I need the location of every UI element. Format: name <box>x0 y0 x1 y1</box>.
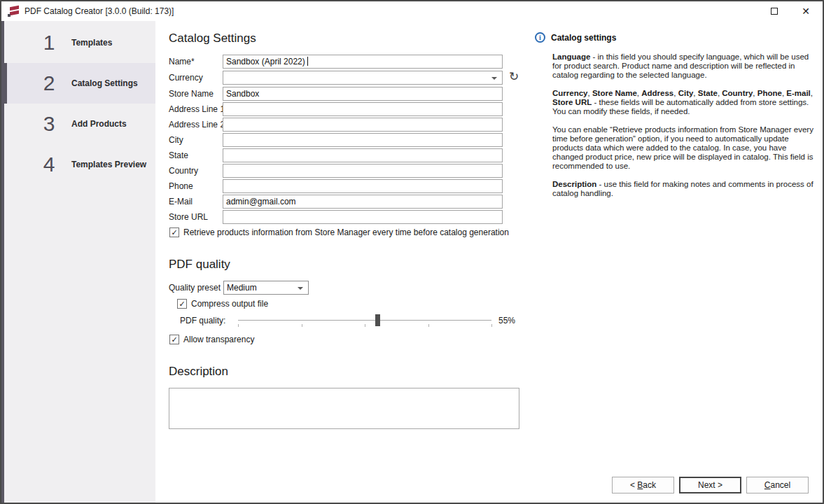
description-heading: Description <box>169 365 228 379</box>
description-textarea[interactable] <box>169 388 519 429</box>
close-button[interactable]: ✕ <box>793 1 818 21</box>
email-input[interactable]: admin@gmail.com <box>223 195 503 209</box>
state-input[interactable] <box>223 148 503 162</box>
help-title: Catalog settings <box>551 33 616 43</box>
slider-track[interactable] <box>238 320 491 321</box>
chevron-down-icon <box>298 287 303 290</box>
currency-combobox[interactable]: GBP <box>223 71 503 85</box>
allow-transparency-checkbox[interactable]: ✓ Allow transparency <box>169 335 254 344</box>
field-row-currency: Currency GBP ↻ <box>169 71 540 85</box>
sidebar-step-add-products[interactable]: 3 Add Products <box>1 104 155 144</box>
address-line-2-input[interactable] <box>223 118 503 132</box>
info-icon: i <box>535 32 545 43</box>
field-row-address-line-2: Address Line 2 <box>169 118 540 132</box>
pdf-quality-slider[interactable] <box>238 314 491 327</box>
sidebar-step-templates[interactable]: 1 Templates <box>1 22 155 63</box>
pdf-quality-slider-thumb[interactable] <box>375 314 380 326</box>
help-paragraph-retrieve-option: You can enable “Retrieve products inform… <box>552 125 816 171</box>
cancel-button[interactable]: Cancel <box>746 477 809 493</box>
field-row-store-name: Store Name Sandbox <box>169 87 540 101</box>
quality-preset-combobox[interactable]: Medium <box>223 281 309 295</box>
checkbox-check-icon: ✓ <box>169 227 179 237</box>
maximize-icon <box>771 8 778 15</box>
title-bar: PDF Catalog Creator [3.0.0 (Build: 173)]… <box>1 1 823 21</box>
maximize-button[interactable] <box>762 1 787 21</box>
catalog-settings-heading: Catalog Settings <box>169 31 256 46</box>
close-icon: ✕ <box>802 6 810 17</box>
phone-label: Phone <box>169 181 193 191</box>
country-input[interactable] <box>223 164 503 178</box>
store-name-label: Store Name <box>169 89 214 99</box>
step-label: Catalog Settings <box>71 78 138 88</box>
quality-preset-label: Quality preset <box>169 283 221 293</box>
field-row-state: State <box>169 148 540 162</box>
app-window: PDF Catalog Creator [3.0.0 (Build: 173)]… <box>0 0 824 504</box>
field-row-address-line-1: Address Line 1 <box>169 102 540 116</box>
refresh-icon: ↻ <box>509 70 519 83</box>
sidebar-step-templates-preview[interactable]: 4 Templates Preview <box>1 144 155 185</box>
slider-tick <box>365 324 365 327</box>
help-paragraph-language: Language - in this field you should spec… <box>552 52 816 80</box>
compress-output-checkbox[interactable]: ✓ Compress output file <box>177 299 268 309</box>
back-button[interactable]: < Back <box>612 477 674 493</box>
help-body: Language - in this field you should spec… <box>535 52 816 198</box>
step-label: Templates <box>71 38 112 48</box>
help-panel: i Catalog settings Language - in this fi… <box>535 32 816 207</box>
chevron-down-icon <box>491 77 497 80</box>
step-number: 4 <box>38 153 60 176</box>
step-number: 1 <box>38 31 60 55</box>
slider-tick <box>302 324 302 327</box>
field-row-email: E-Mail admin@gmail.com <box>169 195 540 209</box>
next-button[interactable]: Next > <box>679 477 741 493</box>
pdf-quality-percent: 55% <box>498 316 515 326</box>
phone-input[interactable] <box>223 179 503 193</box>
text-cursor <box>307 57 308 66</box>
store-url-label: Store URL <box>169 212 208 222</box>
active-step-indicator <box>1 63 7 104</box>
city-input[interactable] <box>223 133 503 147</box>
help-paragraph-store-fields: Currency, Store Name, Address, City, Sta… <box>552 89 816 116</box>
wizard-sidebar: 1 Templates 2 Catalog Settings 3 Add Pro… <box>1 21 155 503</box>
window-title: PDF Catalog Creator [3.0.0 (Build: 173)] <box>25 1 174 21</box>
help-title-row: i Catalog settings <box>535 32 816 43</box>
slider-tick <box>428 324 429 327</box>
step-label: Add Products <box>71 119 127 129</box>
slider-tick <box>238 324 239 327</box>
address-line-1-input[interactable] <box>223 102 503 116</box>
field-row-name: Name* Sandbox (April 2022) <box>169 55 540 69</box>
store-url-input[interactable] <box>223 210 503 224</box>
state-label: State <box>169 150 188 160</box>
store-name-input[interactable]: Sandbox <box>223 87 503 101</box>
checkbox-check-icon: ✓ <box>169 335 179 344</box>
address-line-2-label: Address Line 2 <box>169 120 225 130</box>
help-paragraph-description: Description - use this field for making … <box>552 180 816 198</box>
step-number: 3 <box>38 112 60 136</box>
allow-transparency-label: Allow transparency <box>183 335 254 344</box>
city-label: City <box>169 135 183 145</box>
field-row-store-url: Store URL <box>169 210 540 224</box>
app-logo-icon <box>8 6 20 17</box>
checkbox-check-icon: ✓ <box>177 299 187 309</box>
field-row-country: Country <box>169 164 540 178</box>
retrieve-products-label: Retrieve products information from Store… <box>183 227 509 237</box>
sidebar-step-catalog-settings[interactable]: 2 Catalog Settings <box>1 63 155 104</box>
pdf-quality-heading: PDF quality <box>169 258 230 272</box>
compress-output-label: Compress output file <box>191 299 268 309</box>
step-number: 2 <box>38 71 60 95</box>
refresh-currency-button[interactable]: ↻ <box>507 70 521 84</box>
currency-label: Currency <box>169 73 203 83</box>
slider-tick <box>491 324 492 327</box>
field-row-phone: Phone <box>169 179 540 193</box>
address-line-1-label: Address Line 1 <box>169 104 225 114</box>
retrieve-products-checkbox[interactable]: ✓ Retrieve products information from Sto… <box>169 227 509 237</box>
name-input[interactable]: Sandbox (April 2022) <box>223 55 503 69</box>
field-row-city: City <box>169 133 540 147</box>
country-label: Country <box>169 166 198 176</box>
email-label: E-Mail <box>169 197 193 206</box>
pdf-quality-slider-label: PDF quality: <box>180 316 225 326</box>
step-label: Templates Preview <box>71 160 146 169</box>
name-label: Name* <box>169 57 195 66</box>
